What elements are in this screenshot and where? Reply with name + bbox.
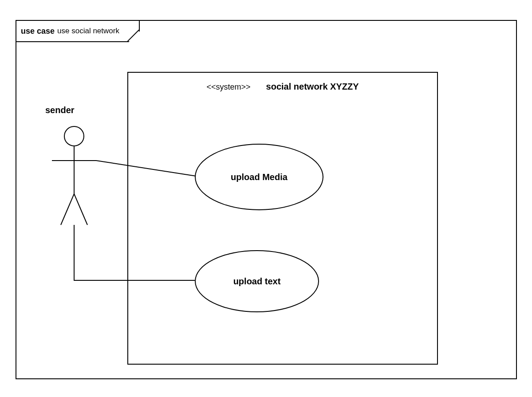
actor-icon [50, 125, 99, 236]
svg-line-3 [61, 194, 74, 225]
svg-point-0 [64, 126, 84, 146]
diagram-title: use social network [57, 27, 119, 35]
system-name: social network XYZZY [266, 82, 359, 91]
system-header: <<system>> social network XYZZY [128, 82, 437, 92]
use-case-upload-text: upload text [195, 250, 319, 312]
actor-label: sender [45, 105, 75, 115]
use-case-upload-media: upload Media [195, 144, 323, 210]
diagram-type-label: use case [21, 27, 55, 36]
system-boundary: <<system>> social network XYZZY upload M… [127, 72, 438, 365]
system-stereotype: <<system>> [206, 83, 250, 91]
svg-line-4 [74, 194, 87, 225]
use-case-diagram-frame: use case use social network sender <<sys… [16, 20, 517, 379]
use-case-label: upload Media [231, 172, 288, 182]
diagram-title-tab: use case use social network [16, 20, 140, 42]
use-case-label: upload text [233, 276, 281, 287]
